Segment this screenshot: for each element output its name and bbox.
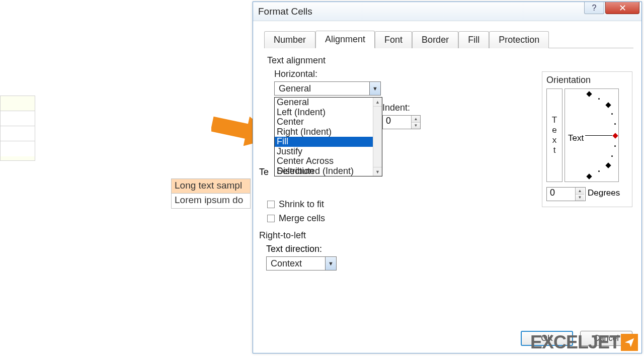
format-cells-dialog: Format Cells ? ✕ Number Alignment Font B…: [253, 2, 642, 353]
orientation-dial[interactable]: Text: [565, 88, 619, 182]
orientation-group: Orientation T e x t Text: [542, 71, 632, 207]
sample-cell-1[interactable]: Long text sampl: [171, 178, 251, 194]
dialog-tabs: Number Alignment Font Border Fill Protec…: [264, 31, 633, 48]
dialog-buttons: OK Cancel: [521, 331, 632, 346]
sample-cell-2[interactable]: Lorem ipsum do: [171, 194, 251, 209]
option-left-indent[interactable]: Left (Indent): [275, 108, 373, 118]
merge-label: Merge cells: [279, 213, 325, 224]
indent-value: 0: [383, 116, 411, 129]
tab-protection[interactable]: Protection: [489, 31, 549, 48]
scroll-up-icon[interactable]: ▲: [373, 98, 382, 107]
spinner-up-icon[interactable]: ▲: [576, 188, 584, 195]
text-direction-value: Context: [267, 258, 325, 269]
text-alignment-label: Text alignment: [267, 55, 633, 66]
orientation-label: Orientation: [546, 75, 628, 85]
spinner-down-icon[interactable]: ▼: [412, 123, 420, 129]
tab-font[interactable]: Font: [375, 31, 412, 48]
horizontal-combo[interactable]: General ▼: [274, 81, 381, 96]
degrees-spinner[interactable]: 0 ▲ ▼: [546, 187, 586, 201]
help-button[interactable]: ?: [584, 2, 604, 14]
sheet-row-headers: [0, 96, 35, 161]
orientation-current-diamond: [612, 133, 618, 138]
cancel-button[interactable]: Cancel: [580, 331, 632, 346]
option-fill[interactable]: Fill: [275, 137, 373, 147]
degrees-label: Degrees: [588, 188, 620, 198]
option-center-across[interactable]: Center Across Selection: [275, 156, 373, 166]
dialog-title: Format Cells: [258, 6, 312, 17]
option-right-indent[interactable]: Right (Indent): [275, 127, 373, 137]
chevron-down-icon[interactable]: ▼: [325, 257, 336, 270]
close-icon: ✕: [619, 3, 626, 14]
option-general[interactable]: General: [275, 98, 373, 108]
spinner-up-icon[interactable]: ▲: [412, 116, 420, 123]
option-justify[interactable]: Justify: [275, 147, 373, 157]
merge-cells-row[interactable]: Merge cells: [267, 211, 515, 225]
horizontal-dropdown-list[interactable]: General Left (Indent) Center Right (Inde…: [274, 97, 382, 176]
spinner-down-icon[interactable]: ▼: [576, 195, 584, 201]
tab-number[interactable]: Number: [264, 31, 315, 48]
indent-group: Indent: 0 ▲ ▼: [382, 103, 421, 129]
horizontal-combo-value: General: [275, 83, 369, 94]
close-button[interactable]: ✕: [605, 2, 639, 14]
option-center[interactable]: Center: [275, 117, 373, 127]
text-direction-label: Text direction:: [266, 244, 515, 254]
orientation-dial-text: Text: [568, 133, 584, 143]
orientation-indicator-line: [585, 135, 612, 136]
shrink-checkbox[interactable]: [267, 201, 275, 208]
text-control-partial: Te: [259, 167, 269, 177]
ok-button[interactable]: OK: [521, 331, 573, 346]
scroll-down-icon[interactable]: ▼: [373, 167, 382, 176]
shrink-label: Shrink to fit: [279, 199, 324, 210]
tab-alignment[interactable]: Alignment: [315, 31, 375, 48]
orientation-vertical-button[interactable]: T e x t: [546, 88, 562, 182]
dialog-titlebar[interactable]: Format Cells ? ✕: [253, 2, 641, 21]
tab-fill[interactable]: Fill: [458, 31, 489, 48]
option-distributed[interactable]: Distributed (Indent): [275, 166, 373, 176]
indent-label: Indent:: [382, 103, 421, 113]
merge-checkbox[interactable]: [267, 215, 275, 222]
chevron-down-icon[interactable]: ▼: [369, 82, 380, 95]
help-icon: ?: [592, 4, 597, 13]
indent-spinner[interactable]: 0 ▲ ▼: [382, 115, 421, 129]
tab-border[interactable]: Border: [412, 31, 458, 48]
degrees-value: 0: [547, 188, 575, 201]
right-to-left-label: Right-to-left: [259, 230, 515, 241]
sample-cells: Long text sampl Lorem ipsum do: [171, 178, 251, 209]
dropdown-scrollbar[interactable]: ▲ ▼: [373, 98, 382, 176]
shrink-to-fit-row[interactable]: Shrink to fit: [267, 197, 515, 211]
text-direction-combo[interactable]: Context ▼: [266, 256, 337, 270]
